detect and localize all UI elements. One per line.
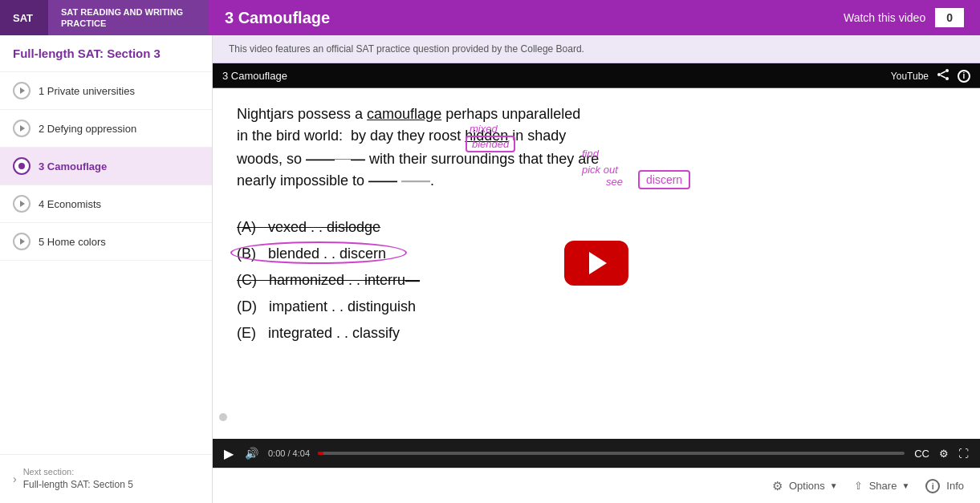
svg-point-6 (945, 77, 949, 80)
info-banner: This video features an official SAT prac… (213, 35, 980, 63)
play-pause-button[interactable]: ▶ (222, 444, 235, 463)
answer-d: (D) impatient . . distinguish (237, 296, 956, 318)
info-icon-bottom: i (925, 479, 940, 493)
sidebar-item-5-label: 5 Home colors (39, 236, 106, 248)
volume-button[interactable]: 🔊 (243, 445, 260, 461)
item-5-circle (13, 233, 30, 250)
sidebar-item-2-label: 2 Defying oppression (39, 123, 136, 135)
settings-button[interactable]: ⚙ (937, 446, 950, 461)
svg-marker-2 (20, 201, 25, 207)
answer-e: (E) integrated . . classify (237, 322, 956, 344)
question-line2: in the bird world: by day they roost hid… (237, 125, 956, 147)
next-section[interactable]: › Next section: Full-length SAT: Section… (0, 454, 212, 503)
sidebar-item-3-label: 3 Camouflage (39, 160, 107, 172)
sidebar-item-4-label: 4 Economists (39, 198, 101, 210)
item-2-circle (13, 120, 30, 137)
item-1-circle (13, 82, 30, 99)
sidebar-item-1-label: 1 Private universities (39, 85, 135, 97)
options-dropdown-arrow: ▼ (830, 481, 838, 490)
main-layout: Full-length SAT: Section 3 1 Private uni… (0, 35, 980, 503)
progress-bar[interactable] (318, 452, 905, 455)
svg-marker-0 (20, 87, 25, 94)
progress-bar-fill (318, 452, 323, 455)
sidebar: Full-length SAT: Section 3 1 Private uni… (0, 35, 213, 503)
svg-point-4 (945, 69, 949, 72)
video-top-bar: 3 Camouflage YouTube i (213, 63, 980, 88)
fullscreen-button[interactable]: ⛶ (957, 446, 970, 461)
video-bar-title: 3 Camouflage (222, 70, 287, 82)
bottom-bar: ⚙ Options ▼ ⇧ Share ▼ i Info (213, 468, 980, 503)
section-title: SAT READING AND WRITING PRACTICE (48, 0, 209, 35)
share-button[interactable]: ⇧ Share ▼ (854, 480, 910, 492)
svg-line-8 (941, 75, 945, 78)
watch-section: Watch this video 0 (828, 0, 980, 35)
top-bar: SAT SAT READING AND WRITING PRACTICE 3 C… (0, 0, 980, 35)
sidebar-section-title: Full-length SAT: Section 3 (0, 35, 212, 72)
right-controls: CC ⚙ ⛶ (913, 446, 970, 461)
svg-marker-1 (20, 125, 25, 132)
question-line4: nearly impossible to —— ——. (237, 170, 956, 192)
svg-marker-3 (20, 238, 25, 245)
gear-icon: ⚙ (772, 479, 783, 493)
video-bar-right: YouTube i (891, 68, 970, 83)
sat-label: SAT (0, 0, 48, 35)
share-dropdown-arrow: ▼ (901, 481, 909, 490)
sidebar-item-5[interactable]: 5 Home colors (0, 223, 212, 261)
content-area: This video features an official SAT prac… (213, 35, 980, 503)
share-icon-bottom: ⇧ (854, 480, 863, 492)
info-button[interactable]: i Info (925, 479, 964, 493)
video-controls: ▶ 🔊 0:00 / 4:04 CC ⚙ ⛶ (213, 439, 980, 468)
sidebar-item-2[interactable]: 2 Defying oppression (0, 110, 212, 148)
svg-point-5 (937, 73, 941, 76)
time-display: 0:00 / 4:04 (268, 448, 310, 458)
next-section-text: Next section: Full-length SAT: Section 5 (23, 466, 133, 492)
sidebar-item-1[interactable]: 1 Private universities (0, 72, 212, 110)
video-title-bar: 3 Camouflage (209, 0, 828, 35)
sidebar-item-4[interactable]: 4 Economists (0, 185, 212, 223)
play-button[interactable] (564, 241, 628, 286)
video-container: 3 Camouflage YouTube i (213, 63, 980, 468)
share-icon[interactable] (937, 68, 950, 83)
answer-a: (A) vexed . . dislodge (237, 217, 956, 238)
options-button[interactable]: ⚙ Options ▼ (772, 479, 838, 493)
youtube-label: YouTube (891, 71, 929, 82)
info-icon-video[interactable]: i (958, 70, 970, 83)
play-triangle-icon (589, 252, 607, 274)
sidebar-item-3[interactable]: 3 Camouflage (0, 148, 212, 185)
question-line1: Nightjars possess a camouflage perhaps u… (237, 103, 956, 125)
item-4-circle (13, 195, 30, 213)
question-line3: woods, so —— — with their surroundings t… (237, 148, 956, 170)
svg-line-7 (941, 71, 945, 74)
watch-count: 0 (935, 8, 964, 27)
progress-dot (219, 413, 227, 421)
item-3-circle (13, 157, 30, 175)
subtitles-button[interactable]: CC (913, 446, 931, 461)
next-arrow-icon: › (13, 473, 17, 485)
video-content: Nightjars possess a camouflage perhaps u… (213, 87, 980, 439)
